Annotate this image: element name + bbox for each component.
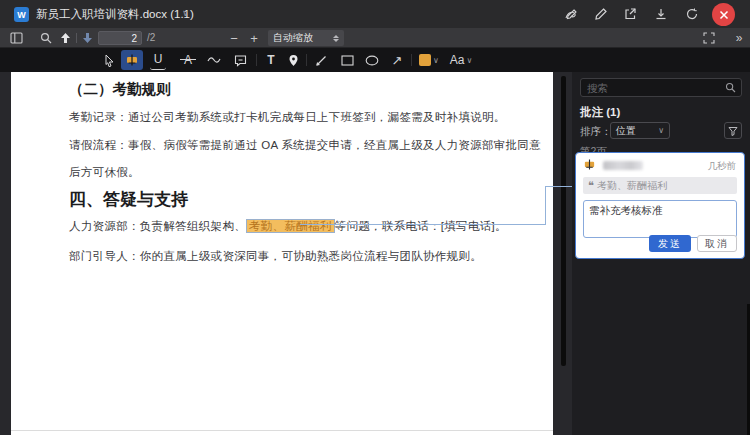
comment-author-redacted — [603, 161, 643, 170]
word-doc-icon: W — [14, 7, 29, 22]
select-arrows-icon — [333, 35, 339, 42]
heading-support: 四、答疑与支持 — [69, 188, 188, 211]
para-hr-suffix: 等问题，联系电话：[填写电话]。 — [335, 220, 507, 232]
highlight-annotation-icon — [583, 158, 596, 171]
squiggly-underline-icon[interactable] — [203, 50, 225, 70]
page-down-icon[interactable] — [78, 29, 96, 47]
comment-search-input[interactable] — [581, 82, 725, 94]
fullscreen-icon[interactable] — [700, 29, 718, 47]
comment-actions: 发送 取消 — [649, 235, 737, 252]
comments-panel: 批注 (1) 排序： 位置 ∨ 第2页 几秒前 ❝ 考勤、薪酬福利 — [572, 72, 750, 435]
heading-attendance-rules: （二）考勤规则 — [69, 80, 171, 99]
zoom-in-icon[interactable]: + — [246, 29, 262, 47]
sort-order-value: 位置 — [616, 124, 636, 138]
highlight-color-swatch — [419, 54, 431, 66]
para-leave-process: 请假流程：事假、病假等需提前通过 OA 系统提交申请，经直属上级及人力资源部审批… — [69, 138, 541, 153]
document-canvas: （二）考勤规则 考勤记录：通过公司考勤系统或打卡机完成每日上下班签到，漏签需及时… — [0, 72, 572, 435]
doc-version-chevron-icon[interactable]: ∨ — [182, 8, 189, 18]
para-attendance-record: 考勤记录：通过公司考勤系统或打卡机完成每日上下班签到，漏签需及时补填说明。 — [69, 110, 506, 125]
select-cursor-icon[interactable] — [98, 50, 120, 70]
comment-tool-icon[interactable] — [229, 50, 251, 70]
close-button[interactable] — [712, 3, 735, 26]
document-page[interactable]: （二）考勤规则 考勤记录：通过公司考勤系统或打卡机完成每日上下班签到，漏签需及时… — [11, 72, 553, 435]
zoom-mode-select[interactable]: 自动缩放 — [268, 30, 344, 46]
page-break-line — [11, 430, 553, 431]
sync-refresh-icon[interactable] — [682, 5, 702, 23]
annotation-toolbar: U A T — [0, 48, 750, 72]
quoted-text-chip: ❝ 考勤、薪酬福利 — [583, 177, 737, 194]
download-icon[interactable] — [651, 5, 671, 23]
quoted-text: 考勤、薪酬福利 — [597, 179, 667, 193]
para-leave-process-2: 后方可休假。 — [69, 165, 140, 180]
edit-pencil-icon[interactable] — [591, 5, 611, 23]
sidebar-toggle-icon[interactable] — [6, 29, 26, 47]
annotation-connector-line — [545, 186, 572, 187]
color-swatch-button[interactable]: ∨ — [416, 50, 442, 70]
rectangle-tool-icon[interactable] — [336, 50, 358, 70]
para-hr-prefix: 人力资源部：负责解答组织架构、 — [69, 220, 246, 232]
ink-sign-icon[interactable] — [561, 5, 581, 23]
chevron-down-icon: ∨ — [658, 126, 664, 135]
titlebar: W 新员工入职培训资料.docx (1.1) ∨ — [0, 0, 750, 28]
quote-icon: ❝ — [588, 179, 594, 192]
comment-timestamp: 几秒前 — [708, 160, 737, 173]
strikethrough-tool-icon[interactable]: A — [177, 50, 199, 70]
vertical-scrollbar[interactable] — [561, 76, 566, 366]
para-mentor: 部门引导人：你的直属上级或资深同事，可协助熟悉岗位流程与团队协作规则。 — [69, 249, 482, 264]
divider — [306, 54, 307, 66]
text-tool-icon[interactable]: T — [260, 50, 282, 70]
share-icon[interactable] — [620, 5, 640, 23]
comment-draft-input[interactable]: 需补充考核标准 — [583, 200, 737, 238]
annotation-connector-line — [545, 186, 546, 225]
underline-tool-icon[interactable]: U — [150, 50, 166, 70]
pen-draw-icon[interactable] — [310, 50, 332, 70]
document-title: 新员工入职培训资料.docx (1.1) — [36, 7, 194, 22]
page-number-input[interactable] — [98, 31, 142, 45]
annotation-connector-line — [300, 224, 546, 225]
annotations-count-label: 批注 (1) — [580, 105, 620, 120]
send-button[interactable]: 发送 — [649, 235, 691, 252]
page-up-icon[interactable] — [56, 29, 74, 47]
para-hr-contact: 人力资源部：负责解答组织架构、考勤、薪酬福利等问题，联系电话：[填写电话]。 — [69, 219, 507, 234]
divider — [411, 54, 412, 66]
comment-card[interactable]: 几秒前 ❝ 考勤、薪酬福利 需补充考核标准 发送 取消 — [575, 152, 745, 259]
pin-annotation-icon[interactable] — [282, 50, 304, 70]
chevron-down-icon: ∨ — [433, 56, 439, 65]
font-style-button[interactable]: Aa ∨ — [446, 50, 476, 70]
zoom-out-icon[interactable]: − — [226, 29, 242, 47]
divider — [256, 54, 257, 66]
comment-search-box[interactable] — [580, 78, 742, 97]
search-icon[interactable] — [36, 29, 56, 47]
navigation-toolbar: /2 − + 自动缩放 » — [0, 28, 750, 48]
search-icon — [725, 82, 736, 93]
more-tools-icon[interactable]: » — [730, 29, 748, 47]
highlighter-tool-icon[interactable] — [121, 50, 143, 70]
zoom-mode-value: 自动缩放 — [273, 31, 313, 45]
sort-label: 排序： — [580, 125, 612, 139]
cancel-button[interactable]: 取消 — [697, 235, 737, 252]
highlighted-annotation-text[interactable]: 考勤、薪酬福利 — [246, 219, 335, 233]
sort-order-select[interactable]: 位置 ∨ — [610, 122, 670, 139]
arrow-tool-icon[interactable]: ↗ — [386, 50, 408, 70]
page-total-label: /2 — [147, 32, 155, 43]
app-window: W 新员工入职培训资料.docx (1.1) ∨ — [0, 0, 750, 435]
font-case-label: Aa — [450, 53, 465, 67]
ellipse-tool-icon[interactable] — [361, 50, 383, 70]
divider — [76, 33, 77, 43]
filter-funnel-icon[interactable] — [724, 122, 742, 139]
chevron-down-icon: ∨ — [466, 56, 472, 65]
